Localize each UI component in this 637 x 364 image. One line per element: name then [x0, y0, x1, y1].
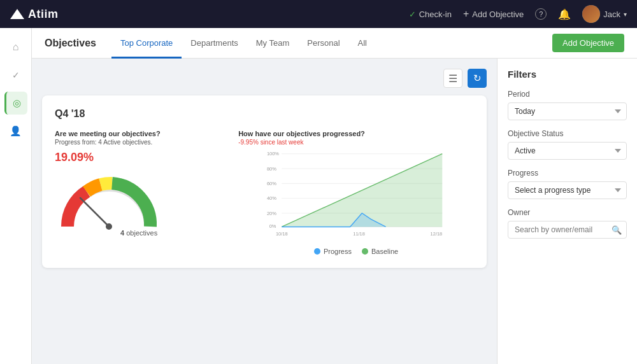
filter-title: Filters	[508, 69, 627, 80]
sub-header: Objectives Top Corporate Departments My …	[32, 28, 637, 59]
add-objective-button[interactable]: Add Objective	[552, 34, 624, 52]
list-view-button[interactable]: ☰	[443, 69, 462, 88]
svg-text:11/18: 11/18	[353, 231, 365, 237]
svg-text:0%: 0%	[269, 223, 276, 229]
legend-progress-label: Progress	[324, 248, 352, 255]
gauge-sublabel: Progress from: 4 Active objectives.	[55, 139, 223, 146]
logo-icon	[10, 9, 24, 19]
checkin-button[interactable]: ✓ Check-in	[409, 10, 452, 19]
filter-status-select[interactable]: Active Inactive Completed All	[508, 142, 627, 160]
chart-area: 100% 80% 60% 40% 20% 0%	[238, 151, 474, 242]
logo: Atiim	[10, 8, 59, 21]
objectives-icon: ◎	[13, 97, 21, 109]
tasks-icon: ✓	[12, 70, 20, 80]
page-title: Objectives	[45, 38, 96, 49]
help-button[interactable]: ?	[535, 8, 547, 20]
home-icon: ⌂	[13, 41, 19, 53]
tab-my-team[interactable]: My Team	[247, 29, 299, 59]
sidebar-item-home[interactable]: ⌂	[4, 36, 27, 59]
svg-text:20%: 20%	[267, 211, 276, 216]
avatar	[582, 5, 600, 23]
filter-status-group: Objective Status Active Inactive Complet…	[508, 129, 627, 160]
sidebar-item-team[interactable]: 👤	[4, 120, 27, 143]
main-panel: ☰ ↻ Q4 '18 Are we meeting our objectives…	[32, 59, 497, 364]
q4-card: Q4 '18 Are we meeting our objectives? Pr…	[42, 95, 487, 268]
filter-period-group: Period Today This Week This Month This Q…	[508, 90, 627, 120]
toolbar-row: ☰ ↻	[42, 69, 487, 88]
tab-top-corporate[interactable]: Top Corporate	[111, 29, 182, 59]
chart-question: How have our objectives progressed?	[238, 130, 474, 137]
legend-baseline-dot	[362, 248, 368, 255]
main-content: Objectives Top Corporate Departments My …	[32, 28, 637, 364]
tab-personal[interactable]: Personal	[298, 29, 348, 59]
gauge-section: Are we meeting our objectives? Progress …	[55, 130, 223, 255]
q4-content: Are we meeting our objectives? Progress …	[55, 130, 474, 255]
tab-nav: Top Corporate Departments My Team Person…	[111, 28, 552, 58]
gauge-svg	[55, 169, 163, 233]
filter-panel: Filters Period Today This Week This Mont…	[497, 59, 637, 364]
legend-progress: Progress	[314, 248, 352, 255]
gauge-percent: 19.09%	[55, 151, 223, 164]
filter-progress-label: Progress	[508, 169, 627, 178]
legend-baseline: Baseline	[362, 248, 398, 255]
svg-point-1	[106, 223, 112, 230]
svg-line-0	[80, 198, 109, 227]
filter-period-label: Period	[508, 90, 627, 99]
svg-text:60%: 60%	[267, 181, 276, 186]
notifications-button[interactable]: 🔔	[558, 8, 571, 20]
checkin-label: Check-in	[419, 10, 452, 19]
legend-progress-dot	[314, 248, 320, 255]
svg-text:80%: 80%	[267, 166, 276, 172]
filter-owner-group: Owner 🔍	[508, 208, 627, 239]
bell-icon: 🔔	[558, 9, 571, 20]
team-icon: 👤	[10, 125, 22, 137]
chart-sublabel: -9.95% since last week	[238, 139, 474, 146]
filter-owner-wrapper: 🔍	[508, 221, 627, 239]
content-area: ☰ ↻ Q4 '18 Are we meeting our objectives…	[32, 59, 637, 364]
add-objective-nav-button[interactable]: + Add Objective	[463, 8, 524, 20]
sidebar-item-tasks[interactable]: ✓	[4, 64, 27, 87]
filter-owner-input[interactable]	[508, 221, 627, 239]
sidebar-item-objectives[interactable]: ◎	[4, 92, 27, 115]
filter-progress-group: Progress Select a progress type On Track…	[508, 169, 627, 199]
tab-departments[interactable]: Departments	[182, 29, 247, 59]
user-menu[interactable]: Jack ▾	[582, 5, 627, 23]
list-icon: ☰	[448, 73, 457, 85]
check-icon: ✓	[409, 10, 416, 19]
search-icon: 🔍	[612, 225, 622, 235]
gauge-question: Are we meeting our objectives?	[55, 130, 223, 137]
refresh-button[interactable]: ↻	[468, 69, 487, 88]
add-objective-nav-label: Add Objective	[472, 10, 524, 19]
q4-title: Q4 '18	[55, 108, 474, 120]
avatar-img	[582, 5, 600, 23]
plus-icon: +	[463, 8, 469, 20]
chart-svg: 100% 80% 60% 40% 20% 0%	[238, 151, 474, 240]
refresh-icon: ↻	[473, 73, 482, 84]
navbar: Atiim ✓ Check-in + Add Objective ? 🔔 Jac…	[0, 0, 637, 28]
legend-baseline-label: Baseline	[371, 248, 398, 255]
sidebar: ⌂ ✓ ◎ 👤	[0, 28, 32, 364]
gauge-container	[55, 169, 157, 227]
svg-text:40%: 40%	[267, 195, 276, 201]
svg-text:10/18: 10/18	[276, 231, 288, 237]
chart-legend: Progress Baseline	[238, 248, 474, 255]
tab-all[interactable]: All	[349, 29, 376, 59]
filter-period-select[interactable]: Today This Week This Month This Quarter …	[508, 102, 627, 120]
user-name: Jack	[603, 10, 620, 19]
chevron-down-icon: ▾	[624, 11, 627, 18]
svg-text:100%: 100%	[267, 151, 279, 157]
question-icon: ?	[539, 10, 543, 18]
filter-owner-label: Owner	[508, 208, 627, 217]
svg-text:12/18: 12/18	[431, 231, 443, 237]
logo-text: Atiim	[28, 8, 59, 21]
app-layout: ⌂ ✓ ◎ 👤 Objectives Top Corporate Departm…	[0, 28, 637, 364]
chart-section: How have our objectives progressed? -9.9…	[238, 130, 474, 255]
filter-status-label: Objective Status	[508, 129, 627, 138]
navbar-actions: ✓ Check-in + Add Objective ? 🔔 Jack ▾	[409, 5, 627, 23]
filter-progress-select[interactable]: Select a progress type On Track Behind A…	[508, 181, 627, 199]
